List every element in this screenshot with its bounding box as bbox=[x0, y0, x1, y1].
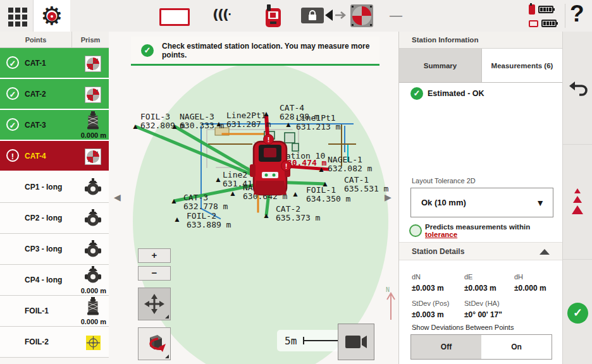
point-row[interactable]: CP3 - long bbox=[0, 234, 109, 265]
point-row[interactable]: ✓CAT-2 bbox=[0, 79, 109, 110]
point-label: Line2631.41 bbox=[223, 171, 252, 188]
tablet-battery bbox=[529, 17, 562, 30]
point-label: FOIL-1634.350 m bbox=[306, 186, 350, 203]
tolerance-dropdown[interactable]: Ok (10 mm) ▼ bbox=[410, 188, 553, 217]
sidebar-header: Points Prism bbox=[0, 32, 109, 48]
status-banner: ✓ Check estimated station location. You … bbox=[131, 37, 379, 66]
controller-icon bbox=[529, 4, 535, 15]
settings-gear-button[interactable]: ⚙ bbox=[34, 0, 70, 32]
tab-summary[interactable]: Summary bbox=[399, 49, 481, 82]
point-marker: ▲ bbox=[171, 123, 178, 130]
estimation-status-text: Estimated - OK bbox=[428, 89, 484, 98]
metric-label: StDev (HA) bbox=[464, 300, 500, 307]
point-label: FOIL-2633.889 m bbox=[187, 212, 231, 229]
rotate-3d-button[interactable] bbox=[138, 327, 171, 360]
expand-panel-arrow[interactable]: ▶ bbox=[385, 192, 392, 202]
camera-view-button[interactable] bbox=[338, 324, 374, 360]
chevron-down-icon: ▼ bbox=[536, 198, 545, 208]
point-row[interactable]: CP4 - long0.000 m bbox=[0, 265, 109, 296]
point-row[interactable]: CP2 - long bbox=[0, 203, 109, 234]
jump-to-flagged-button[interactable] bbox=[563, 187, 592, 215]
point-marker: ▲ bbox=[229, 190, 237, 197]
gear-icon: ⚙ bbox=[40, 3, 63, 28]
camera-icon bbox=[345, 334, 367, 349]
confirm-button[interactable]: ✓ bbox=[567, 303, 588, 324]
round-prism-icon bbox=[83, 178, 103, 198]
metric-value: ±0° 00' 17" bbox=[464, 310, 502, 319]
warning-badge: ! bbox=[281, 161, 292, 171]
prism-target-icon[interactable] bbox=[350, 4, 373, 27]
cube-rotate-icon bbox=[141, 332, 168, 356]
north-arrow: N bbox=[386, 286, 395, 320]
zoom-in-button[interactable]: + bbox=[138, 248, 171, 263]
metric-value: ±0.003 m bbox=[464, 284, 496, 293]
ok-status-icon: ✓ bbox=[6, 87, 19, 100]
point-name: FOIL-2 bbox=[25, 337, 49, 346]
point-marker: ▲ bbox=[170, 197, 178, 205]
controller-battery bbox=[529, 3, 562, 16]
battery-status bbox=[529, 3, 562, 31]
pan-arrows-icon bbox=[144, 293, 165, 315]
battery-icon bbox=[538, 6, 553, 13]
deviations-label: Show Deviations Between Points bbox=[412, 324, 514, 331]
tab-measurements[interactable]: Measurements (6) bbox=[481, 49, 562, 82]
minimized-indicator: — bbox=[390, 8, 402, 23]
metric-label: dE bbox=[464, 273, 472, 281]
toggle-on[interactable]: On bbox=[481, 335, 552, 359]
tolerance-link[interactable]: tolerance bbox=[425, 231, 457, 238]
check-icon: ✓ bbox=[410, 87, 423, 100]
prism-offset: 0.000 m bbox=[81, 287, 106, 294]
prism-offset: 0.000 m bbox=[81, 131, 106, 139]
banner-text: Check estimated station location. You ma… bbox=[162, 42, 379, 59]
map-view[interactable]: N ▲FOIL-3632.809 m▲NAGEL-3630.333 m▲Line… bbox=[109, 32, 398, 364]
metric-label: StDev (Pos) bbox=[412, 300, 449, 307]
point-marker: ▲ bbox=[285, 121, 292, 128]
undo-icon bbox=[569, 80, 588, 99]
station-details-header[interactable]: Station Details bbox=[399, 242, 562, 260]
mini-prism-icon bbox=[83, 54, 103, 74]
point-name: CP3 - long bbox=[25, 245, 62, 253]
tolerance-value: Ok (10 mm) bbox=[421, 198, 466, 207]
point-label: Line1Pt1631.213 m bbox=[296, 114, 340, 131]
point-label: CAT-2635.373 m bbox=[276, 205, 320, 222]
remote-controller-icon[interactable] bbox=[264, 4, 283, 31]
camera-lock-icon[interactable] bbox=[301, 8, 347, 24]
display-frame-icon[interactable] bbox=[159, 8, 190, 26]
toolbar-divider bbox=[565, 4, 565, 28]
point-marker: ▲ bbox=[262, 212, 270, 219]
point-row[interactable]: ✓CAT-30.000 m bbox=[0, 110, 109, 141]
toggle-off[interactable]: Off bbox=[411, 335, 481, 359]
app-window: ⚙ (((· — bbox=[0, 0, 592, 364]
point-row[interactable]: FOIL-2 bbox=[0, 327, 109, 358]
zoom-out-button[interactable]: − bbox=[138, 266, 171, 281]
tablet-icon bbox=[529, 20, 538, 27]
round-prism-icon bbox=[83, 209, 103, 229]
point-name: CAT-1 bbox=[25, 59, 46, 68]
check-icon: ✓ bbox=[141, 44, 154, 57]
points-column-header: Points bbox=[0, 32, 72, 47]
point-name: CP4 - long bbox=[25, 276, 62, 284]
point-row[interactable]: FOIL-10.000 m bbox=[0, 296, 109, 327]
point-row[interactable]: ✓CAT-1 bbox=[0, 48, 109, 79]
metric-label: dN bbox=[412, 273, 421, 281]
point-label: CAT-1635.531 m bbox=[344, 176, 388, 193]
top-toolbar: ⚙ (((· — bbox=[0, 0, 592, 33]
collapse-up-icon bbox=[540, 249, 550, 255]
point-row[interactable]: !CAT-4 bbox=[0, 141, 109, 172]
tolerance-label: Layout Tolerance 2D bbox=[412, 177, 476, 185]
point-name: CAT-4 bbox=[25, 152, 46, 161]
radio-signal-icon[interactable]: (((· bbox=[213, 6, 231, 22]
point-name: FOIL-1 bbox=[25, 306, 49, 315]
station-details-title: Station Details bbox=[412, 247, 464, 256]
apps-grid-icon[interactable] bbox=[8, 8, 28, 28]
station-range-circle bbox=[133, 63, 388, 364]
points-sidebar: Points Prism ✓CAT-1✓CAT-2✓CAT-30.000 m!C… bbox=[0, 32, 109, 364]
collapse-sidebar-arrow[interactable]: ◀ bbox=[114, 192, 121, 202]
pan-button[interactable] bbox=[138, 288, 171, 320]
svg-text:N: N bbox=[386, 286, 390, 293]
undo-button[interactable] bbox=[569, 80, 588, 101]
help-button[interactable]: ? bbox=[570, 1, 584, 27]
prediction-row: Predicts measurements within tolerance bbox=[409, 223, 562, 238]
point-name: CP1 - long bbox=[25, 183, 62, 191]
point-row[interactable]: CP1 - long bbox=[0, 172, 109, 203]
